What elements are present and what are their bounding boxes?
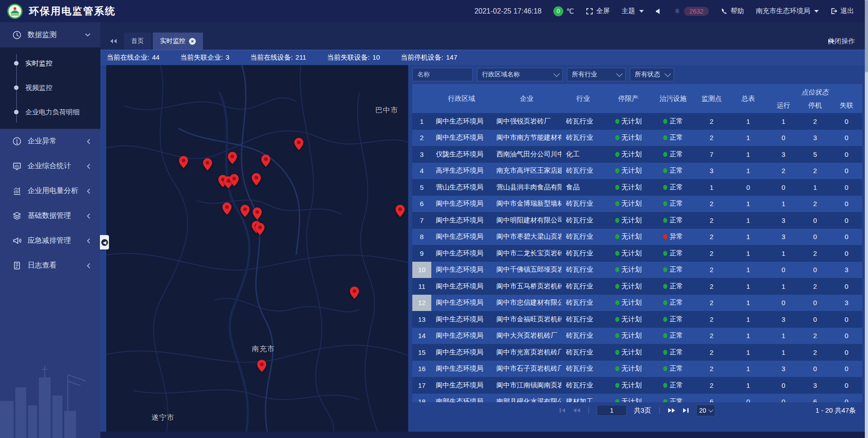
tab-realtime-monitor[interactable]: 实时监控 × xyxy=(153,33,203,50)
cell-monitor-count: 3 xyxy=(694,163,729,179)
table-row[interactable]: 17阆中生态环境局阆中市江南镇阆南页岩砖瓦行业无计划正常21030 xyxy=(412,377,862,394)
map-pin-icon[interactable] xyxy=(203,158,212,170)
map-pin-icon[interactable] xyxy=(257,360,266,372)
table-row[interactable]: 2阆中生态环境局阆中市南方节能建材有砖瓦行业无计划正常21030 xyxy=(412,130,862,146)
table-row[interactable]: 13阆中生态环境局阆中市金福旺页岩机砖砖瓦行业无计划正常21300 xyxy=(412,311,862,328)
map-pin-icon[interactable] xyxy=(261,155,270,167)
cell-industry: 砖瓦行业 xyxy=(561,278,605,295)
table-row[interactable]: 1阆中生态环境局阆中强锐页岩砖厂砖瓦行业无计划正常21120 xyxy=(412,113,862,130)
status-dot-green xyxy=(663,152,667,157)
tabs-scroll-left-button[interactable] xyxy=(105,33,121,50)
cell-stop-plan: 无计划 xyxy=(622,315,642,324)
status-select[interactable]: 所有状态 xyxy=(630,68,674,81)
last-page-button[interactable] xyxy=(683,408,689,413)
fullscreen-button[interactable]: 全屏 xyxy=(586,7,610,15)
cell-status: 正常 xyxy=(652,196,694,212)
map[interactable]: 巴中市南充市遂宁市 xyxy=(106,65,408,432)
cell-run-count: 1 xyxy=(768,196,799,212)
sidebar-item-0[interactable]: 数据监测 xyxy=(0,22,100,47)
page-number-input[interactable] xyxy=(597,405,627,416)
table-row[interactable]: 18南部生态环境局南部县砚化水泥有限公建材加工无计划正常60060 xyxy=(412,394,862,403)
table-row[interactable]: 7阆中生态环境局阆中明阳建材有限公司砖瓦行业无计划正常21300 xyxy=(412,212,862,229)
map-pin-icon[interactable] xyxy=(252,173,261,185)
cell-status: 正常 xyxy=(652,146,694,163)
cell-region: 阆中生态环境局 xyxy=(431,328,492,344)
fullscreen-icon xyxy=(586,8,593,15)
sidebar-subitem[interactable]: 实时监控 xyxy=(0,51,100,75)
cell-lost-count: 0 xyxy=(831,344,862,361)
tab-close-icon[interactable]: × xyxy=(189,38,196,45)
table-row[interactable]: 9阆中生态环境局阆中市二龙长宝页岩砖砖瓦行业无计划正常21120 xyxy=(412,245,862,262)
page-scrollbar[interactable] xyxy=(865,0,868,438)
cell-industry: 砖瓦行业 xyxy=(561,229,605,245)
tabs-scroll-right-button[interactable] xyxy=(828,33,835,50)
logout-button[interactable]: 退出 xyxy=(830,7,854,15)
cell-company: 阆中市枣碧大梁山页岩 xyxy=(492,229,561,245)
sidebar-item-5[interactable]: 应急减排管理 xyxy=(0,228,100,253)
cell-stop-plan: 无计划 xyxy=(622,150,642,159)
table-row[interactable]: 5营山生态环境局营山县润丰肉食品有限食品无计划正常10010 xyxy=(412,179,862,196)
table-row[interactable]: 4高坪生态环境局南充市高坪区王家店建砖瓦行业无计划正常31220 xyxy=(412,163,862,179)
org-dropdown[interactable]: 南充市生态环境局 xyxy=(756,7,819,15)
page-size-select[interactable]: 20 xyxy=(696,405,716,416)
prev-page-button[interactable] xyxy=(573,408,580,413)
table-row[interactable]: 15阆中生态环境局阆中市光富页岩机砖厂砖瓦行业无计划正常21120 xyxy=(412,344,862,361)
map-pin-icon[interactable] xyxy=(350,287,359,299)
cell-lost-count: 3 xyxy=(831,262,862,278)
table-row[interactable]: 16阆中生态环境局阆中市石子页岩机砖厂砖瓦行业无计划正常21300 xyxy=(412,361,862,377)
map-pin-icon[interactable] xyxy=(230,174,239,186)
table-row[interactable]: 10阆中生态环境局阆中千佛镇五郎垭页岩砖瓦行业无计划正常21003 xyxy=(412,262,862,278)
sidebar-item-2[interactable]: 企业综合统计 xyxy=(0,154,100,179)
pagination-bar: | 共3页 | 20 xyxy=(412,402,862,419)
scrollbar-thumb[interactable] xyxy=(865,0,868,72)
table-header: 行政区域企业行业停限产治污设施监测点总表点位状态运行停机失联 xyxy=(412,84,862,113)
table-row[interactable]: 3仪陇生态环境局西南油气田分公司川中化工无计划正常71350 xyxy=(412,146,862,163)
sidebar-item-6[interactable]: 日志查看 xyxy=(0,253,100,278)
status-dot-green xyxy=(615,399,619,402)
first-page-button[interactable] xyxy=(559,408,566,413)
name-search-input[interactable]: 名称 xyxy=(412,68,473,81)
table-row[interactable]: 11阆中生态环境局阆中市五马桥页岩机砖砖瓦行业无计划正常21120 xyxy=(412,278,862,295)
map-pin-icon[interactable] xyxy=(294,138,303,150)
row-index: 15 xyxy=(412,344,431,361)
map-pin-icon[interactable] xyxy=(255,223,264,235)
map-pin-icon[interactable] xyxy=(179,156,188,168)
table-row[interactable]: 12阆中生态环境局阆中市忠信建材有限公砖瓦行业无计划正常21003 xyxy=(412,295,862,311)
sidebar-item-1[interactable]: 企业异常 xyxy=(0,129,100,154)
cell-region: 阆中生态环境局 xyxy=(431,113,492,130)
sidebar-item-4[interactable]: 基础数据管理 xyxy=(0,203,100,228)
cell-region: 阆中生态环境局 xyxy=(431,245,492,262)
map-pin-icon[interactable] xyxy=(253,207,262,220)
industry-select[interactable]: 所有行业 xyxy=(567,68,626,81)
table-row[interactable]: 14阆中生态环境局阆中大兴页岩机砖厂砖瓦行业无计划正常21120 xyxy=(412,328,862,344)
map-pin-icon[interactable] xyxy=(222,203,231,215)
sound-button[interactable] xyxy=(656,8,662,14)
col-subheader-2: 失联 xyxy=(831,98,862,113)
sidebar-subitem-label: 企业电力负荷明细 xyxy=(25,108,80,117)
notifications[interactable]: 2632 xyxy=(674,7,709,16)
next-page-button[interactable] xyxy=(668,408,675,413)
cell-status: 正常 xyxy=(652,344,694,361)
sidebar-subitem[interactable]: 视频监控 xyxy=(0,75,100,100)
bell-icon xyxy=(674,8,681,15)
tab-home[interactable]: 首页 xyxy=(124,33,151,50)
region-select[interactable]: 行政区域名称 xyxy=(477,68,563,81)
table-row[interactable]: 6阆中生态环境局阆中市金博瑞新型墙材砖瓦行业无计划正常21120 xyxy=(412,196,862,212)
cell-status: 无计划 xyxy=(605,146,652,163)
theme-dropdown[interactable]: 主题 xyxy=(622,7,644,15)
cell-company: 南充市高坪区王家店建 xyxy=(492,163,561,179)
cell-status: 无计划 xyxy=(605,245,652,262)
map-pin-icon[interactable] xyxy=(241,205,250,217)
sidebar-subitem[interactable]: 企业电力负荷明细 xyxy=(0,100,100,124)
cell-stop-plan: 无计划 xyxy=(622,364,642,373)
map-pin-icon[interactable] xyxy=(396,205,405,217)
sidebar-item-3[interactable]: 企业用电量分析 xyxy=(0,179,100,203)
map-collapse-handle[interactable]: ◀ xyxy=(100,235,109,250)
help-button[interactable]: 帮助 xyxy=(721,7,744,15)
cell-monitor-count: 7 xyxy=(694,146,729,163)
cell-industry: 砖瓦行业 xyxy=(561,262,605,278)
stat-value: 44 xyxy=(152,53,160,61)
cell-monitor-count: 6 xyxy=(694,394,729,403)
table-row[interactable]: 8阆中生态环境局阆中市枣碧大梁山页岩砖瓦行业无计划异常21300 xyxy=(412,229,862,245)
map-pin-icon[interactable] xyxy=(228,152,237,164)
